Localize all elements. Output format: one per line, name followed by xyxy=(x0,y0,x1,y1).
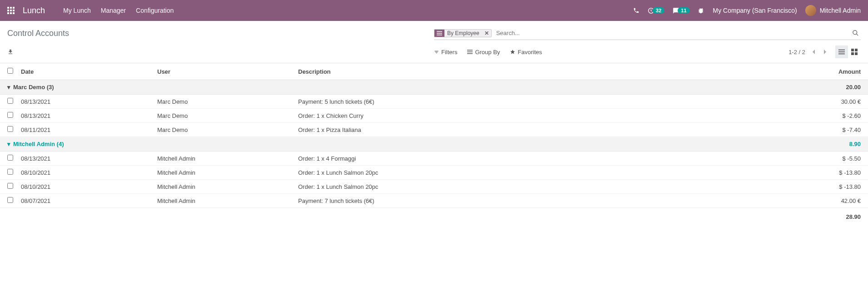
svg-rect-12 xyxy=(437,35,442,35)
svg-rect-7 xyxy=(10,12,12,14)
control-panel: Control Accounts By Employee ✕ Fi xyxy=(0,21,868,63)
col-amount[interactable]: Amount xyxy=(813,63,868,80)
group-row[interactable]: ▾Mitchell Admin (4)8.90 xyxy=(0,137,868,152)
table-row[interactable]: 08/13/2021Marc DemoOrder: 1 x Chicken Cu… xyxy=(0,109,868,123)
groupby-label: Group By xyxy=(475,49,500,56)
search-bar: By Employee ✕ xyxy=(434,26,861,40)
export-button[interactable] xyxy=(7,49,434,55)
view-switcher xyxy=(835,45,861,58)
svg-rect-16 xyxy=(467,51,473,52)
cell-user: Marc Demo xyxy=(154,109,294,123)
debug-icon[interactable] xyxy=(698,7,705,14)
group-label: Mitchell Admin (4) xyxy=(13,141,64,147)
table-footer: 28.90 xyxy=(0,208,868,226)
svg-rect-0 xyxy=(7,7,9,9)
user-menu[interactable]: Mitchell Admin xyxy=(805,5,861,16)
cell-date: 08/10/2021 xyxy=(17,166,154,180)
menu-my-lunch[interactable]: My Lunch xyxy=(63,7,91,14)
cell-user: Marc Demo xyxy=(154,123,294,137)
group-total: 20.00 xyxy=(813,80,868,95)
cell-date: 08/11/2021 xyxy=(17,123,154,137)
table-row[interactable]: 08/13/2021Mitchell AdminOrder: 1 x 4 For… xyxy=(0,152,868,166)
activities-icon[interactable]: 32 xyxy=(648,7,664,14)
table-row[interactable]: 08/07/2021Mitchell AdminPayment: 7 lunch… xyxy=(0,194,868,208)
search-icon[interactable] xyxy=(850,30,861,36)
svg-rect-5 xyxy=(13,10,15,11)
cell-amount: $ -7.40 xyxy=(813,123,868,137)
svg-rect-18 xyxy=(838,50,845,51)
cell-user: Mitchell Admin xyxy=(154,180,294,194)
list-view: Date User Description Amount ▾Marc Demo … xyxy=(0,63,868,226)
menu-configuration[interactable]: Configuration xyxy=(136,7,174,14)
pager-value[interactable]: 1-2 / 2 xyxy=(788,49,805,56)
table-header-row: Date User Description Amount xyxy=(0,63,868,80)
cell-date: 08/07/2021 xyxy=(17,194,154,208)
cell-amount: $ -2.60 xyxy=(813,109,868,123)
cell-amount: $ -5.50 xyxy=(813,152,868,166)
facet-remove-icon[interactable]: ✕ xyxy=(482,30,491,36)
cell-amount: $ -13.80 xyxy=(813,166,868,180)
row-checkbox[interactable] xyxy=(7,112,13,118)
row-checkbox[interactable] xyxy=(7,155,13,161)
menu-manager[interactable]: Manager xyxy=(101,7,126,14)
user-name: Mitchell Admin xyxy=(820,7,861,14)
row-checkbox[interactable] xyxy=(7,126,13,132)
cell-date: 08/13/2021 xyxy=(17,95,154,109)
table-row[interactable]: 08/10/2021Mitchell AdminOrder: 1 x Lunch… xyxy=(0,166,868,180)
list-view-icon[interactable] xyxy=(835,45,848,58)
row-checkbox[interactable] xyxy=(7,183,13,189)
svg-rect-8 xyxy=(13,12,15,14)
col-date[interactable]: Date xyxy=(17,63,154,80)
pager-next-icon[interactable] xyxy=(822,47,829,56)
cell-amount: 42.00 € xyxy=(813,194,868,208)
svg-line-14 xyxy=(856,34,858,35)
table-row[interactable]: 08/13/2021Marc DemoPayment: 5 lunch tick… xyxy=(0,95,868,109)
apps-icon[interactable] xyxy=(7,7,15,14)
favorites-menu[interactable]: Favorites xyxy=(510,49,542,56)
cell-date: 08/13/2021 xyxy=(17,109,154,123)
filters-menu[interactable]: Filters xyxy=(434,49,457,56)
svg-rect-20 xyxy=(838,54,845,55)
svg-rect-6 xyxy=(7,12,9,14)
caret-down-icon: ▾ xyxy=(7,84,10,91)
table-row[interactable]: 08/10/2021Mitchell AdminOrder: 1 x Lunch… xyxy=(0,180,868,194)
systray: 32 11 My Company (San Francisco) Mitchel… xyxy=(633,5,861,16)
col-description[interactable]: Description xyxy=(294,63,813,80)
navbar: Lunch My Lunch Manager Configuration 32 … xyxy=(0,0,868,21)
svg-rect-4 xyxy=(10,10,12,11)
company-selector[interactable]: My Company (San Francisco) xyxy=(713,7,797,14)
cell-user: Mitchell Admin xyxy=(154,152,294,166)
cell-description: Payment: 5 lunch tickets (6€) xyxy=(294,95,813,109)
svg-rect-19 xyxy=(838,51,845,52)
grand-total: 28.90 xyxy=(0,208,868,226)
pager-prev-icon[interactable] xyxy=(810,47,817,56)
svg-rect-17 xyxy=(467,53,473,54)
app-brand[interactable]: Lunch xyxy=(23,6,45,15)
cell-amount: 30.00 € xyxy=(813,95,868,109)
table-row[interactable]: 08/11/2021Marc DemoOrder: 1 x Pizza Ital… xyxy=(0,123,868,137)
cell-user: Mitchell Admin xyxy=(154,166,294,180)
svg-point-13 xyxy=(853,30,857,35)
svg-rect-11 xyxy=(437,33,442,34)
group-total: 8.90 xyxy=(813,137,868,152)
svg-rect-1 xyxy=(10,7,12,9)
row-checkbox[interactable] xyxy=(7,169,13,175)
discuss-badge: 11 xyxy=(678,7,689,14)
row-checkbox[interactable] xyxy=(7,197,13,203)
svg-rect-15 xyxy=(467,50,473,51)
groupby-facet-icon xyxy=(434,30,444,37)
phone-icon[interactable] xyxy=(633,7,639,14)
select-all-checkbox[interactable] xyxy=(7,68,13,74)
nav-menu: My Lunch Manager Configuration xyxy=(63,7,174,14)
svg-rect-22 xyxy=(855,49,858,51)
col-user[interactable]: User xyxy=(154,63,294,80)
groupby-menu[interactable]: Group By xyxy=(467,49,500,56)
discuss-icon[interactable]: 11 xyxy=(673,7,689,14)
svg-rect-10 xyxy=(437,31,442,32)
cell-description: Order: 1 x 4 Formaggi xyxy=(294,152,813,166)
kanban-view-icon[interactable] xyxy=(848,45,861,58)
avatar xyxy=(805,5,816,16)
row-checkbox[interactable] xyxy=(7,98,13,104)
group-row[interactable]: ▾Marc Demo (3)20.00 xyxy=(0,80,868,95)
search-input[interactable] xyxy=(494,28,850,38)
